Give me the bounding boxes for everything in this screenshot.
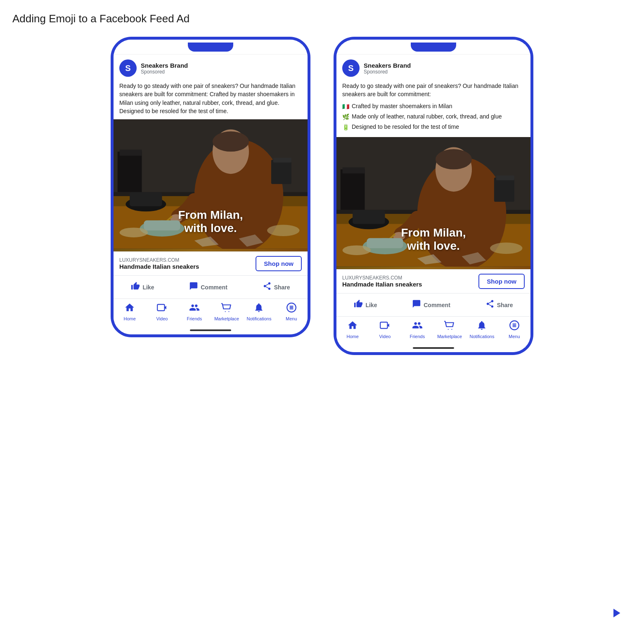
brand-info-left: Sneakers Brand Sponsored <box>141 62 188 75</box>
notch-left <box>188 43 233 52</box>
nav-notifications-label-right: Notifications <box>470 334 495 339</box>
nav-notifications-right[interactable]: Notifications <box>469 320 494 339</box>
ad-image-left: From Milan, with love. <box>114 119 308 251</box>
comment-label-left: Comment <box>201 284 227 291</box>
shop-now-button-right[interactable]: Shop now <box>478 274 525 289</box>
social-actions-left: Like Comment Share <box>114 276 308 299</box>
shop-now-button-left[interactable]: Shop now <box>256 256 302 271</box>
brand-name-right: Sneakers Brand <box>364 62 411 69</box>
video-icon-left <box>156 302 167 315</box>
comment-icon-right <box>412 299 421 310</box>
phone-right-content: S Sneakers Brand Sponsored Ready to go s… <box>336 54 530 344</box>
svg-point-52 <box>448 329 449 330</box>
brand-avatar-right: S <box>342 59 360 77</box>
like-icon-right <box>354 299 363 310</box>
bullet-item-0: 🇮🇹 Crafted by master shoemakers in Milan <box>342 102 525 111</box>
home-icon-right <box>347 320 358 333</box>
nav-home-left[interactable]: Home <box>117 302 142 321</box>
comment-icon-left <box>189 282 198 293</box>
ad-image-right: From Milan, with love. <box>336 137 530 269</box>
nav-video-right[interactable]: Video <box>372 320 397 339</box>
like-icon-left <box>131 282 140 293</box>
bullet-emoji-2: 🔋 <box>342 123 349 131</box>
nav-video-left[interactable]: Video <box>149 302 174 321</box>
nav-video-label-left: Video <box>156 316 168 321</box>
svg-point-24 <box>228 311 229 312</box>
friends-icon-right <box>412 320 423 333</box>
svg-rect-50 <box>381 322 388 329</box>
brand-info-right: Sneakers Brand Sponsored <box>364 62 411 75</box>
social-actions-right: Like Comment Share <box>336 294 530 317</box>
bottom-indicator-left <box>190 329 231 331</box>
share-icon-left <box>263 282 272 293</box>
sponsored-label-left: Sponsored <box>141 69 188 75</box>
nav-home-label-left: Home <box>123 316 135 321</box>
notch-area-right <box>336 40 530 54</box>
brand-avatar-left: S <box>119 59 137 77</box>
ad-cta-right-info: LUXURYSNEAKERS.COM Handmade Italian snea… <box>342 275 422 288</box>
like-label-right: Like <box>365 302 377 308</box>
notch-right <box>411 43 456 52</box>
ad-header-right: S Sneakers Brand Sponsored <box>336 54 530 80</box>
nav-home-right[interactable]: Home <box>340 320 365 339</box>
ad-header-left: S Sneakers Brand Sponsored <box>114 54 308 80</box>
notifications-icon-left <box>253 302 264 315</box>
like-action-right[interactable]: Like <box>350 297 381 313</box>
ad-cta-left: LUXURYSNEAKERS.COM Handmade Italian snea… <box>114 251 308 276</box>
menu-icon-left <box>286 302 297 315</box>
nav-friends-right[interactable]: Friends <box>405 320 430 339</box>
phone-bottom-right <box>336 344 530 352</box>
phone-left-content: S Sneakers Brand Sponsored Ready to go s… <box>114 54 308 326</box>
nav-menu-left[interactable]: Menu <box>279 302 304 321</box>
image-text-overlay-right: From Milan, with love. <box>336 226 530 253</box>
ad-text-right: Ready to go steady with one pair of snea… <box>336 80 530 137</box>
nav-friends-left[interactable]: Friends <box>182 302 207 321</box>
cta-url-left: LUXURYSNEAKERS.COM <box>119 257 199 263</box>
nav-notifications-left[interactable]: Notifications <box>246 302 271 321</box>
svg-point-23 <box>225 311 226 312</box>
like-label-left: Like <box>142 284 154 291</box>
cta-url-right: LUXURYSNEAKERS.COM <box>342 275 422 281</box>
nav-friends-label-right: Friends <box>410 334 425 339</box>
bullet-text-0: Crafted by master shoemakers in Milan <box>352 102 452 110</box>
bullet-item-2: 🔋 Designed to be resoled for the test of… <box>342 123 525 131</box>
nav-notifications-label-left: Notifications <box>247 316 272 321</box>
ad-text-left: Ready to go steady with one pair of snea… <box>114 80 308 119</box>
corner-arrow-icon <box>608 606 623 623</box>
bullet-list-right: 🇮🇹 Crafted by master shoemakers in Milan… <box>342 102 525 132</box>
sponsored-label-right: Sponsored <box>364 69 411 75</box>
share-action-right[interactable]: Share <box>481 297 517 313</box>
comment-action-left[interactable]: Comment <box>185 279 232 295</box>
nav-marketplace-right[interactable]: Marketplace <box>437 320 462 339</box>
phone-bottom-left <box>114 326 308 334</box>
notch-area-left <box>114 40 308 54</box>
bullet-text-2: Designed to be resoled for the test of t… <box>352 123 459 131</box>
share-action-left[interactable]: Share <box>258 279 294 295</box>
marketplace-icon-left <box>221 302 232 315</box>
home-icon-left <box>124 302 135 315</box>
friends-icon-left <box>189 302 200 315</box>
ad-intro-right: Ready to go steady with one pair of snea… <box>342 82 525 99</box>
bullet-item-1: 🌿 Made only of leather, natural rubber, … <box>342 112 525 121</box>
notifications-icon-right <box>476 320 487 333</box>
like-action-left[interactable]: Like <box>127 279 158 295</box>
page-title: Adding Emoji to a Facebook Feed Ad <box>12 12 632 25</box>
nav-marketplace-label-right: Marketplace <box>437 334 462 339</box>
share-label-right: Share <box>497 302 513 308</box>
nav-home-label-right: Home <box>346 334 358 339</box>
nav-menu-right[interactable]: Menu <box>502 320 527 339</box>
bullet-emoji-1: 🌿 <box>342 113 349 121</box>
image-text-overlay-left: From Milan, with love. <box>114 208 308 235</box>
bottom-indicator-right <box>413 347 454 349</box>
nav-menu-label-right: Menu <box>509 334 520 339</box>
menu-icon-right <box>509 320 520 333</box>
nav-marketplace-label-left: Marketplace <box>214 316 239 321</box>
nav-marketplace-left[interactable]: Marketplace <box>214 302 239 321</box>
nav-menu-label-left: Menu <box>286 316 297 321</box>
comment-action-right[interactable]: Comment <box>408 297 455 313</box>
phone-left: S Sneakers Brand Sponsored Ready to go s… <box>111 38 310 336</box>
marketplace-icon-right <box>444 320 455 333</box>
phones-container: S Sneakers Brand Sponsored Ready to go s… <box>12 38 632 354</box>
bottom-nav-left: Home Video Friends <box>114 299 308 326</box>
nav-video-label-right: Video <box>379 334 391 339</box>
